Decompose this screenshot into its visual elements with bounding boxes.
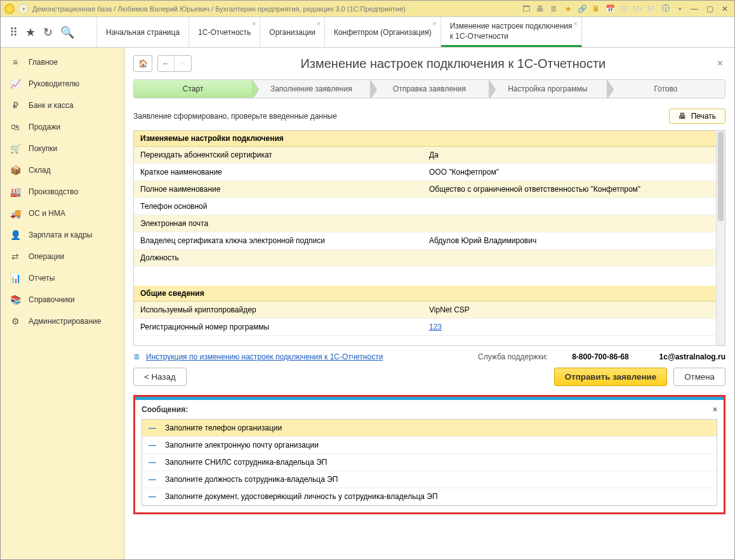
sidebar-item-9[interactable]: ⇄Операции (1, 246, 124, 267)
tab-close-icon[interactable]: × (317, 20, 321, 27)
tab-strip: ⠿ ★ ↻ 🔍 Начальная страница1С-Отчетность×… (1, 17, 734, 48)
message-item[interactable]: —Заполните электронную почту организации (142, 437, 717, 454)
message-item[interactable]: —Заполните СНИЛС сотрудника-владельца ЭП (142, 454, 717, 471)
sidebar-icon: 🛍 (10, 122, 21, 132)
star-icon[interactable]: ★ (25, 25, 36, 39)
support-email: 1c@astralnalog.ru (659, 352, 725, 361)
link-icon[interactable]: 🔗 (577, 4, 587, 14)
info-icon[interactable]: ⓘ (661, 4, 671, 14)
message-text: Заполните СНИЛС сотрудника-владельца ЭП (165, 458, 328, 467)
row-value: Общество с ограниченной ответственностью… (423, 181, 725, 197)
favorite-icon[interactable]: ★ (563, 4, 573, 14)
message-text: Заполните должность сотрудника-владельца… (165, 475, 338, 484)
sidebar-item-7[interactable]: 🚚ОС и НМА (1, 203, 124, 224)
tab-close-icon[interactable]: × (252, 20, 256, 27)
nav-forward-button[interactable]: → (175, 56, 191, 71)
sidebar-item-3[interactable]: 🛍Продажи (1, 116, 124, 138)
tab-3[interactable]: Конфетпром (Организация)× (325, 17, 441, 47)
wizard-step-1[interactable]: Заполнение заявления (252, 80, 370, 98)
sidebar-item-6[interactable]: 🏭Производство (1, 181, 124, 203)
history-icon[interactable]: ↻ (43, 25, 53, 39)
sidebar-item-11[interactable]: 📚Справочники (1, 289, 124, 310)
scrollbar[interactable] (716, 131, 725, 345)
messages-panel: Сообщения: × —Заполните телефон организа… (133, 395, 725, 514)
data-row: Владелец сертификата ключа электронной п… (134, 232, 725, 250)
data-row: Регистрационный номер программы123 (134, 319, 725, 336)
row-value (423, 250, 725, 266)
maximize-button[interactable]: ▢ (704, 3, 715, 15)
toolbar-icon-2[interactable]: 🖶 (535, 4, 545, 14)
back-button[interactable]: < Назад (133, 368, 187, 386)
sidebar-label: Справочники (29, 295, 75, 304)
close-window-button[interactable]: ✕ (719, 3, 731, 15)
wizard-step-3[interactable]: Настройка программы (489, 80, 607, 98)
sidebar-item-10[interactable]: 📊Отчеты (1, 267, 124, 289)
instruction-link[interactable]: Инструкция по изменению настроек подключ… (146, 352, 383, 361)
printer-icon: 🖶 (679, 112, 686, 121)
row-key: Телефон основной (134, 198, 423, 215)
row-key: Переиздать абонентский сертификат (134, 147, 423, 163)
tab-close-icon[interactable]: × (432, 20, 436, 27)
sidebar-item-12[interactable]: ⚙Администрирование (1, 310, 124, 332)
submit-button[interactable]: Отправить заявление (554, 368, 667, 386)
wizard-step-2[interactable]: Отправка заявления (370, 80, 488, 98)
data-row: Краткое наименованиеООО "Конфетпром" (134, 164, 725, 181)
sidebar-item-2[interactable]: ₽Банк и касса (1, 95, 124, 116)
message-item[interactable]: —Заполните документ, удостоверяющий личн… (142, 488, 717, 505)
sidebar-icon: 🏭 (10, 187, 21, 197)
sidebar-item-8[interactable]: 👤Зарплата и кадры (1, 224, 124, 246)
tab-4[interactable]: Изменение настроек подключения к 1С-Отче… (441, 17, 582, 47)
tab-close-icon[interactable]: × (573, 20, 577, 27)
row-value: Да (423, 147, 725, 163)
app-menu-icon[interactable]: ▾ (18, 4, 29, 14)
message-item[interactable]: —Заполните телефон организации (142, 420, 717, 437)
calculator-icon[interactable]: 🖩 (591, 4, 601, 14)
sidebar-icon: ⚙ (10, 316, 21, 326)
home-button[interactable]: 🏠 (133, 55, 152, 72)
sidebar-item-5[interactable]: 📦Склад (1, 159, 124, 181)
wizard-step-4[interactable]: Готово (607, 80, 725, 98)
row-value: VipNet CSP (423, 302, 725, 318)
toolbar-icon-1[interactable]: 🗔 (521, 4, 531, 14)
sidebar-icon: 👤 (10, 230, 21, 240)
row-key: Электронная почта (134, 215, 423, 232)
nav-back-button[interactable]: ← (158, 56, 175, 71)
print-button[interactable]: 🖶 Печать (669, 109, 725, 124)
sidebar-label: Покупки (29, 144, 57, 153)
m-icon-3[interactable]: M- (647, 4, 657, 14)
minimize-button[interactable]: — (689, 3, 700, 15)
form-scroll-area[interactable]: Изменяемые настройки подключения Переизд… (133, 130, 725, 346)
messages-close-button[interactable]: × (713, 405, 717, 414)
info-dd-icon[interactable]: ▾ (675, 4, 685, 14)
calendar-icon[interactable]: 📅 (605, 4, 615, 14)
tab-1[interactable]: 1С-Отчетность× (189, 17, 260, 47)
tab-2[interactable]: Организации× (260, 17, 325, 47)
message-text: Заполните документ, удостоверяющий лично… (165, 492, 438, 501)
apps-icon[interactable]: ⠿ (10, 25, 18, 39)
window-title: Демонстрационная база / Любимов Валерий … (32, 5, 406, 13)
toolbar-icon-3[interactable]: 🗎 (549, 4, 559, 14)
m-icon-1[interactable]: M (619, 4, 629, 14)
close-page-button[interactable]: × (715, 58, 725, 69)
search-icon[interactable]: 🔍 (60, 25, 74, 39)
app-logo-icon (4, 4, 15, 14)
sidebar-item-4[interactable]: 🛒Покупки (1, 138, 124, 159)
data-row: Должность (134, 250, 725, 267)
m-icon-2[interactable]: M+ (633, 4, 643, 14)
sidebar-label: Продажи (29, 123, 60, 131)
sidebar-item-0[interactable]: ≡Главное (1, 51, 124, 73)
wizard-step-0[interactable]: Старт (134, 80, 252, 98)
cancel-button[interactable]: Отмена (673, 368, 725, 386)
page-title: Изменение настроек подключения к 1С-Отче… (197, 57, 710, 71)
sidebar-icon: 📚 (10, 295, 21, 305)
titlebar: ▾ Демонстрационная база / Любимов Валери… (1, 1, 734, 17)
message-text: Заполните телефон организации (165, 423, 282, 432)
dash-icon: — (149, 475, 156, 484)
sidebar-icon: 📦 (10, 165, 21, 175)
message-item[interactable]: —Заполните должность сотрудника-владельц… (142, 471, 717, 488)
row-key: Используемый криптопровайдер (134, 302, 423, 318)
row-value (423, 215, 725, 232)
row-value-link[interactable]: 123 (429, 323, 442, 331)
sidebar-item-1[interactable]: 📈Руководителю (1, 73, 124, 95)
tab-0[interactable]: Начальная страница (97, 17, 189, 47)
